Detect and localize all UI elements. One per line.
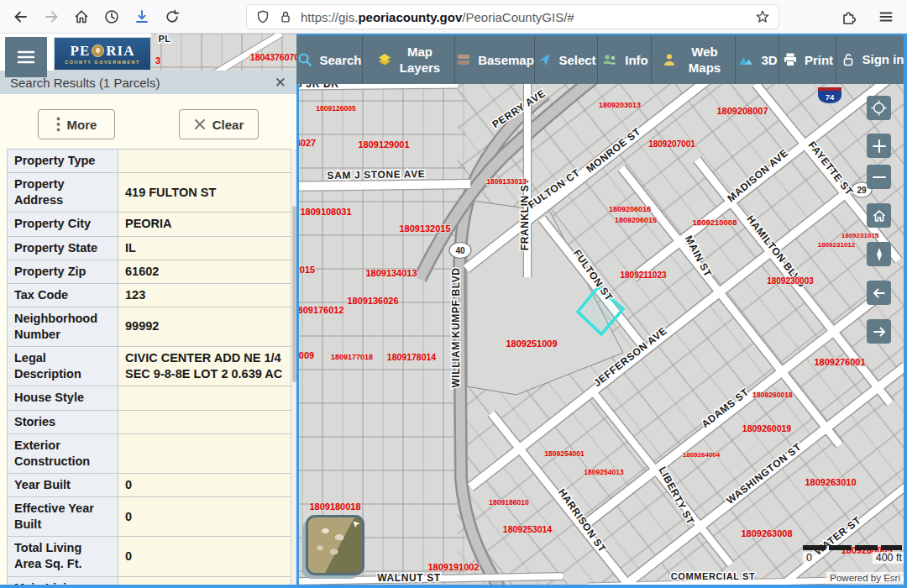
property-attributes-table: Property TypeProperty Address419 FULTON … <box>7 149 291 588</box>
table-row: Effective Year Built0 <box>8 497 291 537</box>
svg-text:1809264004: 1809264004 <box>683 451 721 459</box>
row-value: CIVIC CENTER ADD NE 1/4 SEC 9-8-8E LOT 2… <box>118 347 291 386</box>
svg-text:1809260018: 1809260018 <box>752 391 793 399</box>
row-label: Exterior Construction <box>8 433 118 473</box>
search-results-title: Search Results (1 Parcels) <box>10 76 160 90</box>
overview-inset-map[interactable]: ➤ <box>306 515 364 575</box>
zoom-in-button[interactable] <box>867 134 891 158</box>
svg-text:1809178014: 1809178014 <box>387 352 437 362</box>
svg-text:3: 3 <box>155 55 160 66</box>
svg-text:1809263008: 1809263008 <box>741 528 792 538</box>
nav-item-label: Basemap <box>478 53 534 67</box>
inset-expand-arrow-icon: ➤ <box>349 517 363 531</box>
svg-text:SAM J STONE AVE: SAM J STONE AVE <box>327 168 425 181</box>
svg-text:74: 74 <box>826 92 835 102</box>
bookmark-star-icon[interactable] <box>755 9 770 24</box>
row-value: 419 FULTON ST <box>118 173 291 213</box>
svg-text:COMMERCIAL ST: COMMERCIAL ST <box>671 571 755 581</box>
svg-text:1809191002: 1809191002 <box>427 562 479 572</box>
forward-icon[interactable] <box>42 8 60 26</box>
map-focus-border-bottom <box>0 585 907 588</box>
clear-button-label: Clear <box>212 118 244 132</box>
row-value: 0 <box>118 537 291 576</box>
row-value <box>118 433 291 473</box>
svg-text:WALNUT ST: WALNUT ST <box>377 572 440 584</box>
county-logo[interactable]: PERIA COUNTY GOVERNMENT <box>54 37 151 71</box>
row-value: 0 <box>118 473 291 496</box>
logo-subtitle: COUNTY GOVERNMENT <box>65 60 140 65</box>
next-extent-button[interactable] <box>867 319 891 344</box>
more-button[interactable]: More <box>38 109 115 139</box>
svg-text:1809186010: 1809186010 <box>489 498 529 507</box>
close-icon[interactable]: ✕ <box>275 76 286 90</box>
menu-icon[interactable] <box>877 8 895 26</box>
svg-text:1809251009: 1809251009 <box>506 339 557 349</box>
nav-item-3d[interactable]: 3D <box>735 35 779 84</box>
web-maps-icon <box>661 51 678 68</box>
scale-distance-label: 400 ft <box>873 552 905 564</box>
compass-button[interactable] <box>867 242 891 266</box>
scale-zero-label: 0 <box>803 552 815 564</box>
table-row: Property CityPEORIA <box>8 213 291 236</box>
panel-scrollbar[interactable] <box>292 149 296 585</box>
svg-text:1809230003: 1809230003 <box>767 276 814 286</box>
nav-item-web-maps[interactable]: Web Maps <box>651 35 735 84</box>
back-icon[interactable] <box>12 8 30 26</box>
svg-text:1809253014: 1809253014 <box>503 524 553 534</box>
interstate-74-shield: 74 <box>818 87 841 103</box>
row-value: 0 <box>118 497 291 537</box>
logo-text-right: RIA <box>106 44 134 58</box>
reload-icon[interactable] <box>163 8 181 26</box>
nav-item-print[interactable]: Print <box>779 35 836 84</box>
esri-attribution: Powered by Esri <box>826 572 904 584</box>
sign-in-icon <box>840 51 857 68</box>
home-icon[interactable] <box>72 8 91 26</box>
previous-extent-button[interactable] <box>867 281 891 305</box>
nav-item-select[interactable]: Select <box>534 35 597 84</box>
url-bar[interactable]: https://gis.peoriacounty.gov/PeoriaCount… <box>246 4 779 29</box>
svg-text:1809276001: 1809276001 <box>814 357 865 367</box>
basemap-icon <box>455 51 472 68</box>
nav-item-label: Select <box>558 53 595 67</box>
nav-item-label: 3D <box>761 53 777 67</box>
map-controls <box>867 96 891 344</box>
hamburger-icon <box>15 46 37 68</box>
nav-item-map-layers[interactable]: Map Layers <box>362 35 454 84</box>
shield-icon[interactable] <box>255 9 270 24</box>
nav-item-info[interactable]: Info <box>597 35 651 84</box>
svg-text:29: 29 <box>857 186 867 195</box>
svg-text:1809203013: 1809203013 <box>599 101 641 109</box>
svg-text:WILLIAM KUMPF BLVD: WILLIAM KUMPF BLVD <box>450 267 462 387</box>
svg-text:1809133013: 1809133013 <box>486 177 527 186</box>
app-window: https://gis.peoriacounty.gov/PeoriaCount… <box>0 0 907 588</box>
nav-item-label: Map Layers <box>399 44 441 76</box>
svg-text:1809260019: 1809260019 <box>742 423 792 433</box>
locate-button[interactable] <box>867 96 891 120</box>
row-label: Property Zip <box>8 260 118 283</box>
more-button-label: More <box>67 118 97 132</box>
search-results-panel: More Clear Property TypeProperty Address… <box>0 94 296 588</box>
table-row: Property Zip61602 <box>8 260 291 283</box>
svg-text:1809206015: 1809206015 <box>615 216 657 224</box>
route-shield-40: 40 <box>449 243 471 259</box>
row-value: IL <box>118 236 291 260</box>
svg-text:1809208007: 1809208007 <box>716 106 768 116</box>
lock-icon[interactable] <box>278 9 293 24</box>
clear-button[interactable]: Clear <box>179 109 259 139</box>
print-icon <box>782 51 799 68</box>
nav-item-label: Sign in <box>862 51 904 68</box>
home-extent-button[interactable] <box>867 203 891 228</box>
row-value: 123 <box>118 283 291 307</box>
history-icon[interactable] <box>102 8 121 26</box>
nav-item-basemap[interactable]: Basemap <box>454 35 534 84</box>
downloads-icon[interactable] <box>133 8 151 26</box>
app-menu-button[interactable] <box>5 37 47 77</box>
svg-text:1809108031: 1809108031 <box>300 207 351 217</box>
nav-item-search[interactable]: Search <box>296 35 362 84</box>
nav-item-sign-in[interactable]: Sign in <box>836 35 907 84</box>
row-label: Stories <box>8 410 118 433</box>
zoom-out-button[interactable] <box>867 165 891 189</box>
3d-icon <box>737 51 755 68</box>
extensions-icon[interactable] <box>840 8 858 26</box>
svg-text:1809134013: 1809134013 <box>365 268 417 278</box>
